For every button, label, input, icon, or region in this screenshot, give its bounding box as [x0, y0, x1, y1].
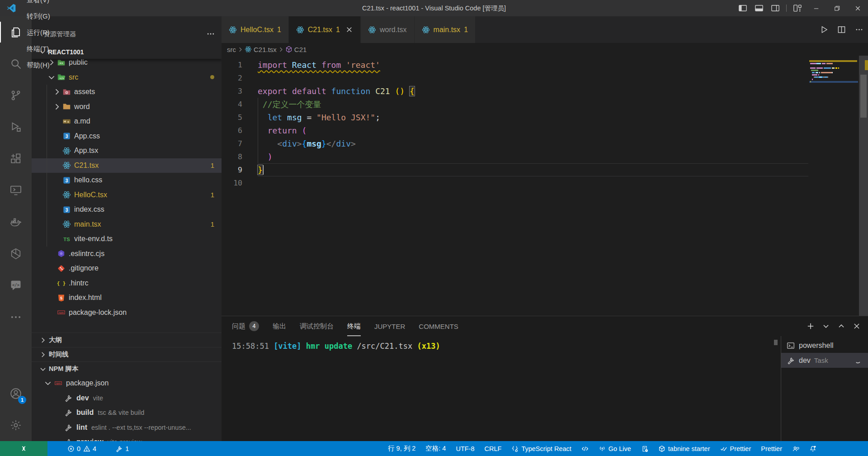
code-editor[interactable]: 1 import React from 'react' 2 3 export d…: [222, 56, 868, 316]
layout-customize-icon[interactable]: [793, 4, 802, 13]
run-file-icon[interactable]: [820, 25, 828, 34]
panel-tab-问题[interactable]: 问题4: [232, 316, 259, 336]
status-feedback[interactable]: [789, 441, 802, 456]
status-prettier[interactable]: Prettier: [758, 441, 785, 456]
tab-word.tsx[interactable]: word.tsx: [361, 16, 415, 43]
layout-sidebar-left-icon[interactable]: [738, 4, 747, 13]
window-minimize-button[interactable]: [806, 0, 826, 16]
breadcrumb-C21.tsx[interactable]: C21.tsx: [245, 46, 277, 53]
layout-sidebar-right-icon[interactable]: [771, 4, 780, 13]
status-problems[interactable]: 04: [65, 441, 99, 456]
panel-tab-调试控制台[interactable]: 调试控制台: [300, 316, 334, 336]
terminal-output[interactable]: 15:58:51 [vite] hmr update /src/C21.tsx …: [222, 336, 780, 441]
code-line-6[interactable]: 6 return (: [222, 124, 808, 137]
more-actions-icon[interactable]: [855, 25, 863, 34]
breadcrumb-src[interactable]: src: [227, 46, 236, 53]
section-时间线[interactable]: 时间线: [32, 347, 222, 361]
breadcrumb-C21[interactable]: C21: [285, 46, 307, 53]
code-line-10[interactable]: 10: [222, 176, 808, 190]
terminal-scrollbar[interactable]: [774, 340, 778, 345]
tree-item-main.tsx[interactable]: main.tsx1: [32, 217, 222, 232]
scrollbar-thumb[interactable]: [860, 75, 867, 118]
menu-查看(V)[interactable]: 查看(V): [22, 0, 55, 8]
menu-终端(T)[interactable]: 终端(T): [22, 41, 55, 57]
tree-item-package-lock.json[interactable]: npm package-lock.json: [32, 305, 222, 320]
status-notifications[interactable]: [807, 441, 819, 456]
status-running-tasks[interactable]: 1: [113, 441, 132, 456]
tree-item-.gitignore[interactable]: .gitignore: [32, 261, 222, 276]
tab-main.tsx[interactable]: main.tsx 1: [415, 16, 476, 43]
activity-docker[interactable]: [0, 206, 32, 238]
status-go-live[interactable]: Go Live: [596, 441, 634, 456]
activity-run-and-debug[interactable]: [0, 111, 32, 143]
npm-script-dev[interactable]: devvite: [32, 391, 222, 406]
tree-item-hello.css[interactable]: 3 hello.css: [32, 173, 222, 188]
code-line-7[interactable]: 7 <div>{msg}</div>: [222, 137, 808, 150]
tree-item-index.html[interactable]: 5 index.html: [32, 290, 222, 305]
status-indentation[interactable]: 空格: 4: [423, 441, 448, 456]
panel-tab-终端[interactable]: 终端: [347, 316, 361, 336]
status-script-status[interactable]: [638, 441, 651, 456]
section-大纲[interactable]: 大纲: [32, 332, 222, 347]
tree-item-HelloC.tsx[interactable]: HelloC.tsx1: [32, 188, 222, 203]
code-line-9[interactable]: 9 }: [222, 163, 808, 176]
close-tab-icon[interactable]: [345, 26, 353, 33]
tab-C21.tsx[interactable]: C21.tsx 1: [289, 16, 361, 43]
minimap[interactable]: [809, 58, 858, 316]
new-terminal-icon[interactable]: [807, 322, 815, 330]
menu-运行(R)[interactable]: 运行(R): [22, 24, 55, 41]
menu-转到(G)[interactable]: 转到(G): [22, 8, 55, 24]
terminal-picker-icon[interactable]: [822, 322, 830, 330]
split-editor-icon[interactable]: [837, 25, 846, 34]
remote-indicator[interactable]: [0, 441, 47, 456]
tree-item-word[interactable]: word: [32, 100, 222, 114]
editor-scrollbar[interactable]: [859, 56, 868, 316]
panel-tab-COMMENTS[interactable]: COMMENTS: [419, 316, 458, 336]
tree-item-App.css[interactable]: 3 App.css: [32, 129, 222, 144]
status-cursor-position[interactable]: 行 9, 列 2: [385, 441, 418, 456]
panel-tab-输出[interactable]: 输出: [273, 316, 286, 336]
tree-item-a.md[interactable]: a.md: [32, 114, 222, 129]
activity-code-chat[interactable]: </>: [0, 270, 32, 301]
tree-item-C21.tsx[interactable]: C21.tsx1: [32, 158, 222, 173]
tree-item-src[interactable]: </> src: [32, 70, 222, 85]
status-language-mode[interactable]: TypeScript React: [509, 441, 574, 456]
tree-item-vite-env.d.ts[interactable]: TS vite-env.d.ts: [32, 232, 222, 247]
activity-remote-explorer[interactable]: [0, 175, 32, 206]
code-line-4[interactable]: 4 //定义一个变量: [222, 98, 808, 111]
tree-item-index.css[interactable]: 3 index.css: [32, 202, 222, 217]
project-root-row[interactable]: REACT1001: [32, 45, 222, 59]
maximize-panel-icon[interactable]: [837, 322, 845, 330]
status-prettier-check[interactable]: Prettier: [717, 441, 754, 456]
close-panel-icon[interactable]: [853, 322, 861, 330]
status-open-in-browser[interactable]: [579, 441, 591, 456]
layout-panel-icon[interactable]: [755, 4, 764, 13]
activity-extensions[interactable]: [0, 143, 32, 175]
tree-item-assets[interactable]: assets: [32, 85, 222, 100]
npm-package-json[interactable]: npmpackage.json: [32, 376, 222, 391]
tree-item-App.tsx[interactable]: App.tsx: [32, 143, 222, 158]
tree-item-.hintrc[interactable]: { } .hintrc: [32, 276, 222, 291]
activity-accounts[interactable]: 1: [0, 378, 32, 409]
terminal-instance-dev[interactable]: devTask: [781, 353, 868, 368]
activity-source-control[interactable]: [0, 80, 32, 111]
tree-item-public[interactable]: public: [32, 59, 222, 70]
menu-帮助(H)[interactable]: 帮助(H): [22, 57, 55, 73]
npm-script-lint[interactable]: linteslint . --ext ts,tsx --report-unuse…: [32, 420, 222, 435]
section-NPM 脚本[interactable]: NPM 脚本: [32, 361, 222, 376]
tab-HelloC.tsx[interactable]: HelloC.tsx 1: [222, 16, 289, 43]
code-line-2[interactable]: 2: [222, 71, 808, 85]
window-close-button[interactable]: [847, 0, 868, 16]
tree-item-.eslintrc.cjs[interactable]: .eslintrc.cjs: [32, 247, 222, 261]
terminal-instance-powershell[interactable]: powershell: [781, 338, 868, 353]
npm-script-preview[interactable]: previewvite preview: [32, 435, 222, 441]
activity-more-views[interactable]: [0, 301, 32, 333]
status-tabnine[interactable]: tabnine starter: [656, 441, 713, 456]
code-line-8[interactable]: 8 ): [222, 150, 808, 163]
code-line-5[interactable]: 5 let msg = "Hello JSX!";: [222, 111, 808, 124]
explorer-more-actions-icon[interactable]: [206, 29, 215, 38]
npm-script-build[interactable]: buildtsc && vite build: [32, 405, 222, 420]
window-restore-button[interactable]: [826, 0, 847, 16]
activity-settings[interactable]: [0, 409, 32, 441]
activity-project-manager[interactable]: [0, 238, 32, 270]
